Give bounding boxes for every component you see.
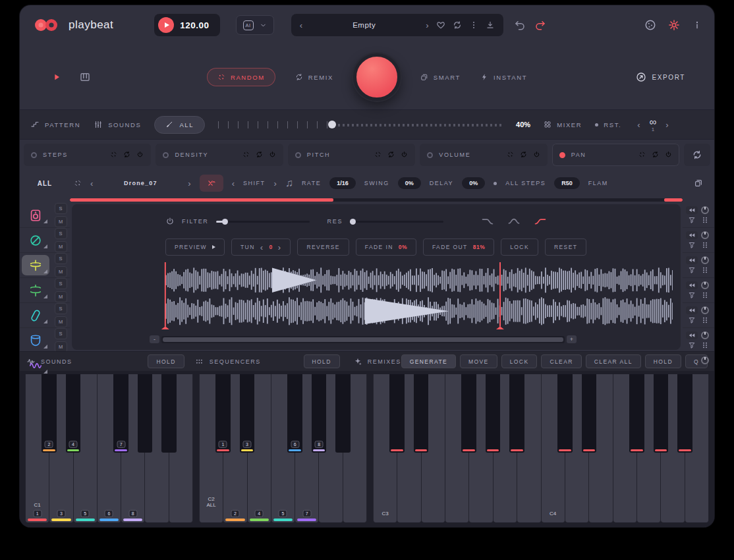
notes-icon[interactable]: ♫ [285, 177, 293, 189]
sample-name[interactable]: Drone_07 [101, 180, 179, 186]
shift-right-button[interactable]: › [274, 179, 277, 188]
chevron-left-icon[interactable]: ‹ [300, 21, 302, 30]
black-key[interactable]: 4 [66, 374, 81, 453]
black-key[interactable]: 7 [113, 374, 128, 453]
track-filter-button[interactable] [686, 291, 698, 299]
tune-down-button[interactable]: ‹ [260, 243, 264, 252]
track-drag-handle[interactable] [700, 241, 712, 249]
reset-sample-button[interactable]: RESET [545, 238, 586, 256]
move-button[interactable]: MOVE [460, 354, 497, 368]
power-icon[interactable] [401, 149, 408, 161]
scroll-track[interactable] [161, 336, 565, 343]
reload-preset-icon[interactable] [453, 20, 462, 30]
hold-sounds-button[interactable]: HOLD [148, 354, 184, 368]
randomize-sample-icon[interactable] [74, 179, 82, 187]
black-key[interactable] [486, 374, 501, 453]
waveform-display[interactable] [150, 262, 673, 330]
track-select-button[interactable] [22, 205, 49, 225]
bpm-display[interactable]: 120.00 [154, 14, 219, 36]
black-key[interactable] [557, 374, 573, 453]
dice-icon[interactable] [110, 149, 117, 161]
track-select-button[interactable] [22, 230, 49, 250]
mute-button[interactable]: M [55, 316, 67, 327]
dice-icon[interactable] [507, 149, 514, 161]
preset-name[interactable]: Empty [310, 21, 418, 29]
reset-pattern-button[interactable]: RST. [595, 121, 621, 128]
solo-button[interactable]: S [55, 303, 67, 314]
solo-button[interactable]: S [55, 228, 67, 239]
dice-icon[interactable] [242, 149, 250, 161]
delay-value[interactable]: 0% [462, 177, 485, 189]
dice-icon[interactable] [374, 149, 381, 161]
black-key[interactable] [509, 374, 524, 453]
all-steps-scope-label[interactable]: ALL [20, 180, 70, 187]
instant-mode-button[interactable]: INSTANT [480, 73, 527, 81]
info-icon[interactable] [692, 20, 702, 30]
power-icon[interactable] [533, 149, 540, 161]
tab-steps[interactable]: STEPS [24, 144, 151, 166]
track-rewind-button[interactable] [686, 206, 698, 214]
undo-button[interactable] [514, 19, 526, 31]
copy-icon[interactable] [694, 179, 703, 188]
solo-button[interactable]: S [55, 253, 67, 264]
track-drag-handle[interactable] [700, 291, 712, 299]
track-select-button[interactable] [22, 355, 49, 376]
smart-mode-button[interactable]: SMART [420, 73, 461, 81]
favorite-icon[interactable] [436, 20, 445, 30]
clear-all-button[interactable]: CLEAR ALL [586, 354, 641, 368]
black-key[interactable] [677, 374, 692, 453]
resonance-slider[interactable] [350, 221, 443, 223]
black-key[interactable] [335, 374, 351, 453]
track-select-button[interactable] [22, 330, 49, 350]
black-key[interactable] [138, 374, 153, 453]
flam-label[interactable]: FLAM [588, 180, 608, 186]
tab-volume[interactable]: VOLUME [420, 144, 547, 166]
preset-menu-icon[interactable] [469, 20, 478, 30]
tune-up-button[interactable]: › [278, 243, 282, 252]
loop-icon[interactable] [123, 149, 130, 161]
track-knob[interactable] [700, 256, 712, 264]
track-knob[interactable] [700, 281, 712, 289]
track-knob[interactable] [700, 306, 712, 314]
swing-value[interactable]: 0% [398, 177, 421, 189]
fade-in-control[interactable]: FADE IN 0% [356, 238, 416, 256]
tab-sounds[interactable]: SOUNDS [94, 120, 141, 129]
power-icon[interactable] [269, 149, 276, 161]
black-key[interactable] [582, 374, 597, 453]
filter-knob[interactable] [222, 219, 228, 225]
solo-button[interactable]: S [55, 278, 67, 289]
next-pattern-button[interactable]: › [665, 121, 668, 129]
res-knob[interactable] [350, 219, 356, 225]
mute-button[interactable]: M [55, 216, 67, 227]
black-key[interactable] [161, 374, 177, 453]
mute-button[interactable]: M [55, 291, 67, 302]
chevron-right-icon[interactable]: › [426, 21, 428, 30]
filter-power-icon[interactable] [165, 217, 175, 226]
track-knob[interactable] [700, 206, 712, 214]
settings-gear-icon[interactable] [668, 19, 680, 31]
tab-pan[interactable]: PAN [552, 144, 679, 166]
zoom-in-button[interactable]: + [567, 335, 577, 343]
reverse-button[interactable]: REVERSE [297, 238, 349, 256]
track-rewind-button[interactable] [686, 281, 698, 289]
solo-button[interactable]: S [55, 328, 67, 339]
track-knob[interactable] [700, 331, 712, 339]
power-icon[interactable] [665, 149, 672, 161]
track-filter-button[interactable] [686, 266, 698, 274]
track-drag-handle[interactable] [700, 216, 712, 224]
track-select-button[interactable] [22, 280, 49, 300]
clear-button[interactable]: CLEAR [541, 354, 581, 368]
prev-pattern-button[interactable]: ‹ [637, 121, 640, 129]
choke-mode-button[interactable] [200, 175, 223, 192]
filter-cutoff-slider[interactable] [216, 221, 310, 223]
black-key[interactable]: 3 [240, 374, 255, 453]
track-rewind-button[interactable] [686, 256, 698, 264]
black-key[interactable] [461, 374, 476, 453]
black-key[interactable] [629, 374, 644, 453]
mixer-button[interactable]: MIXER [544, 121, 582, 128]
export-button[interactable]: EXPORT [636, 72, 685, 82]
black-key[interactable]: 6 [287, 374, 302, 453]
prev-sample-button[interactable]: ‹ [90, 179, 93, 188]
loop-icon[interactable] [520, 149, 527, 161]
random-mode-button[interactable]: RANDOM [207, 68, 275, 86]
